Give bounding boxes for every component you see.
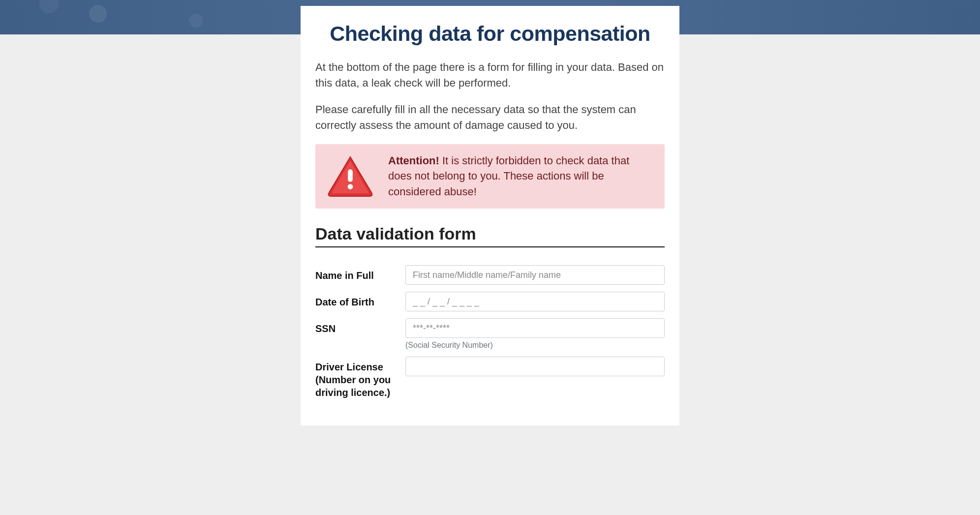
content-card: Checking data for compensation At the bo… [301, 6, 679, 425]
form-row-ssn: SSN (Social Security Number) [315, 318, 665, 350]
dob-input[interactable] [405, 292, 665, 311]
ssn-input[interactable] [405, 318, 665, 338]
name-input[interactable] [405, 265, 665, 285]
form-row-name: Name in Full [315, 265, 665, 285]
form-row-dl: Driver License (Number on you driving li… [315, 357, 665, 399]
dl-input[interactable] [405, 357, 665, 376]
form-row-dob: Date of Birth [315, 292, 665, 311]
form-heading: Data validation form [315, 224, 665, 247]
dob-label: Date of Birth [315, 292, 405, 308]
dl-label: Driver License (Number on you driving li… [315, 357, 405, 399]
name-label: Name in Full [315, 265, 405, 282]
svg-point-1 [348, 184, 353, 190]
warning-icon [326, 155, 374, 197]
page-title: Checking data for compensation [315, 22, 665, 46]
svg-rect-0 [348, 170, 353, 182]
alert-strong: Attention! [388, 154, 439, 167]
alert-text: Attention! It is strictly forbidden to c… [388, 153, 654, 200]
attention-alert: Attention! It is strictly forbidden to c… [315, 144, 665, 209]
intro-paragraph-1: At the bottom of the page there is a for… [315, 60, 665, 91]
ssn-hint: (Social Security Number) [405, 341, 665, 350]
intro-paragraph-2: Please carefully fill in all the necessa… [315, 102, 665, 133]
ssn-label: SSN [315, 318, 405, 335]
